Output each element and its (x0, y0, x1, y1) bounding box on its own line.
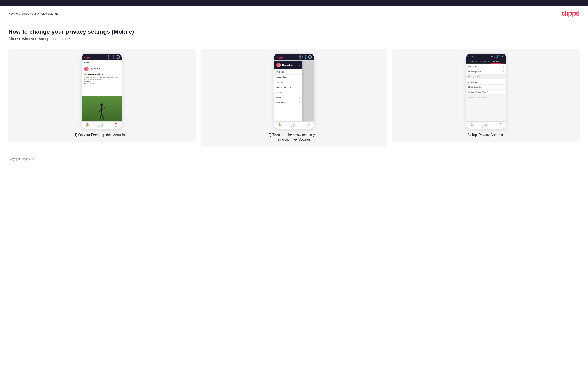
logo: clippd (561, 9, 580, 17)
settings-item-privacy[interactable]: Privacy Controls › (467, 74, 506, 79)
settings-item-account[interactable]: My Account › (467, 64, 506, 69)
svg-point-0 (100, 103, 103, 106)
header: How to change your privacy settings clip… (0, 6, 588, 20)
perf-icon-2: 📊 (293, 123, 296, 126)
app-logo-2: clippd (276, 56, 284, 59)
step-1-caption: 1) On your Feed, tap the ‘Menu’ icon. (75, 133, 130, 137)
menu-item-logout[interactable]: Logout (274, 90, 302, 95)
performance-label: My Performance (97, 126, 107, 128)
bottom-nav-menu-3[interactable]: ☰ Menu (499, 123, 502, 128)
post-user-name: Blair McHarg (90, 67, 106, 69)
bottom-nav-perf-3[interactable]: 📊 My Performance (481, 123, 492, 128)
account-chevron-icon: › (503, 65, 504, 67)
footer: Copyright Clippd 2022 (0, 151, 588, 165)
perf-icon-3: 📊 (485, 123, 488, 126)
settings-item-bag[interactable]: My Golf Bag › (467, 79, 506, 85)
post-user-info: Blair McHarg Yesterday · Sunningdale (90, 67, 106, 71)
data-chevron-icon: › (503, 70, 504, 73)
menu-item-settings[interactable]: Settings (274, 80, 302, 85)
app-logo-1: clippd (84, 56, 92, 59)
account-label: My Account (468, 66, 477, 67)
chevron-down-icon: ∨ (299, 97, 300, 99)
step-1-screen: clippd 🔍 👤 ⚙ Feed (82, 54, 121, 128)
bottom-nav-performance[interactable]: 📊 My Performance (97, 123, 107, 128)
step-3-card: ‹ Back 🔍 👤 ⚙ My Profile Connections Sett… (392, 49, 580, 142)
user-icon[interactable]: 👤 (112, 55, 115, 59)
step-1-phone: clippd 🔍 👤 ⚙ Feed (82, 54, 121, 128)
home-label-3: Home (470, 126, 474, 128)
step-2-card: clippd 🔍 👤 ⚙ Blair McHarg (200, 49, 388, 147)
avatar (84, 67, 89, 71)
perf-label-2: My Performance (289, 126, 299, 128)
tab-settings[interactable]: Settings (491, 59, 501, 64)
tab-my-profile[interactable]: My Profile (468, 59, 479, 63)
user-icon-3[interactable]: 👤 (496, 55, 499, 58)
home-label-2: Home (278, 126, 282, 128)
step-2-caption: 2) Then, tap the arrow next to your name… (265, 133, 323, 142)
bag-chevron-icon: › (503, 81, 504, 83)
settings-icon[interactable]: ⚙ (116, 55, 120, 59)
bottom-nav-2: 🏠 Home 📊 My Performance ✕ Menu (274, 121, 314, 128)
svg-line-3 (102, 107, 105, 109)
menu-item-profile[interactable]: My Profile (274, 69, 302, 75)
menu-label-3: Menu (499, 126, 502, 128)
bottom-nav-perf-2[interactable]: 📊 My Performance (289, 123, 299, 128)
menu-item-help[interactable]: Help & Support ↗ (274, 85, 302, 90)
feed-post: Blair McHarg Yesterday · Sunningdale ⛳ L… (82, 65, 121, 96)
user-icon-2[interactable]: 👤 (304, 55, 307, 59)
menu-item-connections[interactable]: Connections (274, 75, 302, 80)
settings-content: My Account › Data Integrations › Privacy… (467, 64, 506, 121)
bottom-nav-home[interactable]: 🏠 Home (86, 123, 89, 128)
menu-icon-3: ☰ (499, 123, 502, 126)
bottom-nav-1: 🏠 Home 📊 My Performance ☰ Menu (82, 121, 121, 128)
settings-item-service[interactable]: Service & Privacy Policy ↗ (467, 90, 506, 95)
search-icon-3[interactable]: 🔍 (491, 55, 495, 58)
svg-line-5 (102, 114, 104, 119)
menu-home-label: Home (276, 97, 281, 99)
chevron-down-icon-2: ∨ (299, 102, 300, 104)
home-icon-3: 🏠 (470, 123, 474, 126)
step-3-screen: ‹ Back 🔍 👤 ⚙ My Profile Connections Sett… (467, 54, 506, 128)
tab-connections[interactable]: Connections (479, 59, 491, 63)
bottom-nav-home-2[interactable]: 🏠 Home (278, 123, 282, 128)
post-user-date: Yesterday · Sunningdale (90, 69, 106, 71)
search-icon[interactable]: 🔍 (107, 55, 110, 59)
page-subheading: Choose what you want people to see (8, 37, 580, 41)
perf-label-3: My Performance (481, 126, 492, 128)
step-2-screen: clippd 🔍 👤 ⚙ Blair McHarg (274, 54, 314, 128)
menu-section-home[interactable]: Home ∨ (274, 95, 302, 100)
app-nav-2: clippd 🔍 👤 ⚙ (274, 54, 314, 60)
menu-user-row[interactable]: Blair McHarg ∧ (274, 61, 302, 69)
bottom-nav-3: 🏠 Home 📊 My Performance ☰ Menu (467, 121, 506, 128)
settings-item-help[interactable]: Help & Support ↗ (467, 85, 506, 90)
chevron-up-icon: ∧ (298, 64, 300, 66)
settings-item-data[interactable]: Data Integrations › (467, 69, 506, 74)
home-icon-2: 🏠 (278, 123, 281, 126)
search-icon-2[interactable]: 🔍 (299, 55, 303, 59)
back-button[interactable]: ‹ Back (468, 56, 473, 58)
golf-image (82, 96, 121, 121)
post-duration: Duration01 hr : 30 min (84, 81, 120, 84)
nav-icons-2: 🔍 👤 ⚙ (299, 55, 312, 59)
menu-drawer: Blair McHarg ∧ My Profile Connections Se… (274, 61, 302, 128)
menu-section-performance[interactable]: My Performance ∨ (274, 100, 302, 105)
settings-icon-3[interactable]: ⚙ (501, 55, 504, 58)
step-3-phone: ‹ Back 🔍 👤 ⚙ My Profile Connections Sett… (467, 54, 506, 128)
bottom-nav-close[interactable]: ✕ Menu (306, 123, 310, 128)
top-bar (0, 0, 588, 6)
header-title: How to change your privacy settings (8, 12, 59, 15)
settings-tabs: My Profile Connections Settings (467, 59, 506, 64)
post-user-row: Blair McHarg Yesterday · Sunningdale (84, 67, 120, 71)
bottom-nav-home-3[interactable]: 🏠 Home (470, 123, 474, 128)
page-heading: How to change your privacy settings (Mob… (8, 28, 580, 35)
app-nav-1: clippd 🔍 👤 ⚙ (82, 54, 121, 60)
menu-icon: ☰ (115, 123, 117, 126)
bottom-nav-menu[interactable]: ☰ Menu (114, 123, 118, 128)
version-info: Clippd Client Version: 2022.8.3-3 GQL Se… (467, 95, 506, 102)
settings-icon-2[interactable]: ⚙ (308, 55, 312, 59)
performance-icon: 📊 (100, 123, 104, 126)
close-icon: ✕ (307, 123, 309, 126)
nav-icons-3: 🔍 👤 ⚙ (491, 55, 504, 58)
privacy-label: Privacy Controls (468, 76, 481, 78)
menu-user-name: Blair McHarg (282, 64, 294, 66)
